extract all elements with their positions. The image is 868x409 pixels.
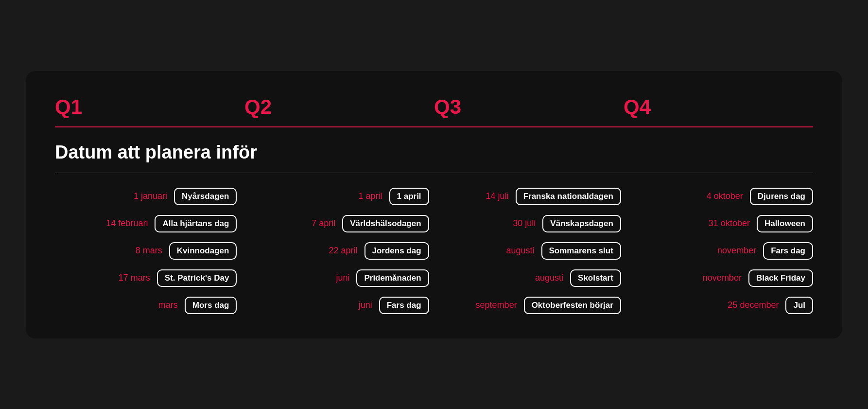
event-row: 1 januariNyårsdagen	[55, 188, 237, 205]
event-date: 30 juli	[487, 218, 536, 229]
event-badge: Alla hjärtans dag	[155, 215, 237, 232]
event-badge: Oktoberfesten börjar	[524, 297, 621, 314]
event-row: augustiSommarens slut	[439, 242, 621, 260]
event-date: 7 april	[287, 218, 335, 229]
event-row: novemberFars dag	[631, 242, 813, 260]
section-divider	[55, 173, 813, 173]
event-date: augusti	[515, 273, 563, 283]
event-row: 22 aprilJordens dag	[247, 242, 429, 260]
event-badge: Mors dag	[185, 297, 237, 314]
event-date: augusti	[486, 246, 535, 256]
event-badge: St. Patrick's Day	[157, 269, 237, 287]
event-date: 1 april	[334, 191, 382, 201]
event-row: 25 decemberJul	[631, 297, 813, 314]
event-row: 1 april1 april	[247, 188, 429, 205]
events-columns: 1 januariNyårsdagen14 februariAlla hjärt…	[55, 188, 813, 314]
event-date: 1 januari	[119, 191, 167, 201]
event-badge: Djurens dag	[750, 188, 813, 205]
event-badge: Kvinnodagen	[169, 242, 237, 260]
event-row: 30 juliVänskapsdagen	[439, 215, 621, 232]
event-badge: Pridemånaden	[356, 269, 429, 287]
event-row: novemberBlack Friday	[631, 269, 813, 287]
event-badge: Halloween	[757, 215, 813, 232]
section-title: Datum att planera inför	[55, 142, 813, 163]
event-row: septemberOktoberfesten börjar	[439, 297, 621, 314]
event-badge: Vänskapsdagen	[542, 215, 621, 232]
event-badge: Skolstart	[570, 269, 621, 287]
event-row: 7 aprilVärldshälsodagen	[247, 215, 429, 232]
event-badge: Jordens dag	[365, 242, 429, 260]
quarters-header: Q1 Q2 Q3 Q4	[55, 95, 813, 119]
event-date: 4 oktober	[694, 191, 743, 201]
event-date: 17 mars	[102, 273, 150, 283]
quarter-q1: Q1	[55, 95, 244, 119]
quarter-q3: Q3	[434, 95, 624, 119]
quarter-q2: Q2	[244, 95, 434, 119]
event-date: 22 april	[309, 246, 358, 256]
event-date: 8 mars	[114, 246, 162, 256]
event-row: 4 oktoberDjurens dag	[631, 188, 813, 205]
event-row: juniPridemånaden	[247, 269, 429, 287]
event-badge: Black Friday	[748, 269, 813, 287]
event-date: 25 december	[728, 300, 779, 310]
event-row: 31 oktoberHalloween	[631, 215, 813, 232]
event-row: 8 marsKvinnodagen	[55, 242, 237, 260]
column-q1: 1 januariNyårsdagen14 februariAlla hjärt…	[55, 188, 237, 314]
event-row: 14 juliFranska nationaldagen	[439, 188, 621, 205]
event-row: augustiSkolstart	[439, 269, 621, 287]
main-card: Q1 Q2 Q3 Q4 Datum att planera inför 1 ja…	[26, 71, 842, 338]
event-badge: 1 april	[389, 188, 429, 205]
event-date: 14 februari	[99, 218, 148, 229]
event-date: 14 juli	[460, 191, 509, 201]
event-date: 31 oktober	[701, 218, 750, 229]
column-q2: 1 april1 april7 aprilVärldshälsodagen22 …	[247, 188, 429, 314]
top-divider	[55, 126, 813, 127]
event-date: september	[469, 300, 517, 310]
event-badge: Jul	[785, 297, 813, 314]
event-row: juniFars dag	[247, 297, 429, 314]
event-badge: Fars dag	[379, 297, 429, 314]
column-q4: 4 oktoberDjurens dag31 oktoberHalloweenn…	[631, 188, 813, 314]
event-date: november	[708, 246, 756, 256]
event-row: marsMors dag	[55, 297, 237, 314]
column-q3: 14 juliFranska nationaldagen30 juliVänsk…	[439, 188, 621, 314]
event-badge: Sommarens slut	[541, 242, 621, 260]
event-badge: Världshälsodagen	[342, 215, 429, 232]
event-badge: Nyårsdagen	[174, 188, 237, 205]
event-badge: Franska nationaldagen	[516, 188, 621, 205]
event-date: juni	[324, 300, 372, 310]
event-date: november	[693, 273, 742, 283]
event-row: 17 marsSt. Patrick's Day	[55, 269, 237, 287]
event-date: juni	[301, 273, 349, 283]
event-badge: Fars dag	[763, 242, 813, 260]
event-date: mars	[129, 300, 178, 310]
event-row: 14 februariAlla hjärtans dag	[55, 215, 237, 232]
quarter-q4: Q4	[624, 95, 813, 119]
